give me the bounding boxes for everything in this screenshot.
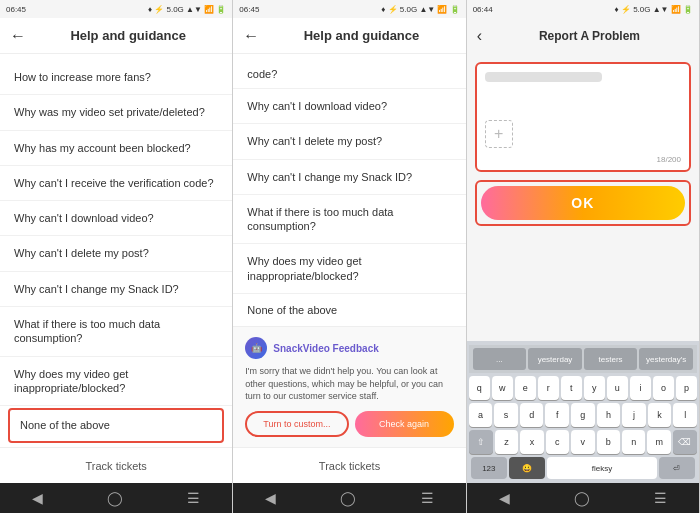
list-item[interactable]: Why can't I delete my post?: [0, 236, 232, 271]
key-m[interactable]: m: [647, 430, 670, 454]
panel-report: 06:44 ♦ ⚡ 5.0G ▲▼ 📶 🔋 ‹ Report A Problem…: [467, 0, 700, 513]
key-backspace[interactable]: ⌫: [673, 430, 697, 454]
char-count: 18/200: [657, 155, 681, 164]
suggestion-dots[interactable]: ...: [473, 348, 527, 370]
key-o[interactable]: o: [653, 376, 674, 400]
nav-back-icon-2[interactable]: ◀: [265, 490, 276, 506]
key-u[interactable]: u: [607, 376, 628, 400]
list-item[interactable]: How to increase more fans?: [0, 60, 232, 95]
key-space[interactable]: fleksy: [547, 457, 656, 479]
status-time-3: 06:44: [473, 5, 493, 14]
list-item[interactable]: Why does my video get inappropriate/bloc…: [0, 357, 232, 407]
content-1: How to increase more fans? Why was my vi…: [0, 54, 232, 447]
key-123[interactable]: 123: [471, 457, 507, 479]
none-of-above-item-2[interactable]: None of the above: [233, 294, 465, 326]
ok-button[interactable]: OK: [481, 186, 685, 220]
key-l[interactable]: l: [673, 403, 697, 427]
key-h[interactable]: h: [597, 403, 621, 427]
key-i[interactable]: i: [630, 376, 651, 400]
nav-menu-icon-3[interactable]: ☰: [654, 490, 667, 506]
nav-back-icon-3[interactable]: ◀: [499, 490, 510, 506]
track-tickets-2[interactable]: Track tickets: [319, 460, 380, 472]
status-time-2: 06:45: [239, 5, 259, 14]
turn-to-custom-button[interactable]: Turn to custom...: [245, 411, 348, 437]
list-item[interactable]: Why can't I download video?: [0, 201, 232, 236]
header-title-1: Help and guidance: [34, 28, 222, 43]
footer-1: Track tickets: [0, 447, 232, 483]
header-2: ← Help and guidance: [233, 18, 465, 54]
key-a[interactable]: a: [469, 403, 493, 427]
keyboard-bottom-row: 123 😀 fleksy ⏎: [469, 457, 697, 479]
ok-button-container: OK: [475, 180, 691, 226]
nav-menu-icon-1[interactable]: ☰: [187, 490, 200, 506]
problem-text-input[interactable]: 18/200 +: [475, 62, 691, 172]
key-x[interactable]: x: [520, 430, 543, 454]
key-e[interactable]: e: [515, 376, 536, 400]
key-y[interactable]: y: [584, 376, 605, 400]
report-title: Report A Problem: [490, 29, 689, 43]
list-item[interactable]: Why can't I receive the verification cod…: [0, 166, 232, 201]
panel-help-1: 06:45 ♦ ⚡ 5.0G ▲▼ 📶 🔋 ← Help and guidanc…: [0, 0, 233, 513]
key-j[interactable]: j: [622, 403, 646, 427]
feedback-section: 🤖 SnackVideo Feedback I'm sorry that we …: [233, 326, 465, 447]
key-b[interactable]: b: [597, 430, 620, 454]
key-k[interactable]: k: [648, 403, 672, 427]
suggestion-yesterday[interactable]: yesterday: [528, 348, 582, 370]
feedback-text: I'm sorry that we didn't help you. You c…: [245, 365, 453, 403]
list-item[interactable]: What if there is too much data consumpti…: [233, 195, 465, 245]
key-t[interactable]: t: [561, 376, 582, 400]
key-n[interactable]: n: [622, 430, 645, 454]
panel-help-2: 06:45 ♦ ⚡ 5.0G ▲▼ 📶 🔋 ← Help and guidanc…: [233, 0, 466, 513]
header-1: ← Help and guidance: [0, 18, 232, 54]
key-v[interactable]: v: [571, 430, 594, 454]
keyboard-row-1: q w e r t y u i o p: [469, 376, 697, 400]
list-item[interactable]: Why can't I delete my post?: [233, 124, 465, 159]
input-placeholder-bar: [485, 72, 603, 82]
list-item[interactable]: Why can't I change my Snack ID?: [0, 272, 232, 307]
status-bar-1: 06:45 ♦ ⚡ 5.0G ▲▼ 📶 🔋: [0, 0, 232, 18]
status-icons-1: ♦ ⚡ 5.0G ▲▼ 📶 🔋: [148, 5, 226, 14]
key-emoji[interactable]: 😀: [509, 457, 545, 479]
list-item[interactable]: Why was my video set private/deleted?: [0, 95, 232, 130]
key-r[interactable]: r: [538, 376, 559, 400]
nav-bar-3: ◀ ◯ ☰: [467, 483, 699, 513]
nav-back-icon-1[interactable]: ◀: [32, 490, 43, 506]
nav-bar-1: ◀ ◯ ☰: [0, 483, 232, 513]
suggestion-yesterdays[interactable]: yesterday's: [639, 348, 693, 370]
key-s[interactable]: s: [494, 403, 518, 427]
key-f[interactable]: f: [545, 403, 569, 427]
key-shift[interactable]: ⇧: [469, 430, 493, 454]
nav-bar-2: ◀ ◯ ☰: [233, 483, 465, 513]
list-item[interactable]: Why can't I change my Snack ID?: [233, 160, 465, 195]
status-bar-3: 06:44 ♦ ⚡ 5.0G ▲▼ 📶 🔋: [467, 0, 699, 18]
nav-home-icon-2[interactable]: ◯: [340, 490, 356, 506]
back-button-1[interactable]: ←: [10, 27, 26, 45]
add-image-button[interactable]: +: [485, 120, 513, 148]
back-button-3[interactable]: ‹: [477, 27, 482, 45]
list-item[interactable]: Why can't I download video?: [233, 89, 465, 124]
check-again-button[interactable]: Check again: [355, 411, 454, 437]
none-of-above-item-1[interactable]: None of the above: [8, 408, 224, 442]
keyboard-row-3: ⇧ z x c v b n m ⌫: [469, 430, 697, 454]
key-p[interactable]: p: [676, 376, 697, 400]
key-return[interactable]: ⏎: [659, 457, 695, 479]
nav-home-icon-3[interactable]: ◯: [574, 490, 590, 506]
nav-menu-icon-2[interactable]: ☰: [421, 490, 434, 506]
list-item[interactable]: Why does my video get inappropriate/bloc…: [233, 244, 465, 294]
key-d[interactable]: d: [520, 403, 544, 427]
key-q[interactable]: q: [469, 376, 490, 400]
feedback-bot-icon: 🤖: [245, 337, 267, 359]
track-tickets-1[interactable]: Track tickets: [86, 460, 147, 472]
suggestion-testers[interactable]: testers: [584, 348, 638, 370]
key-z[interactable]: z: [495, 430, 518, 454]
list-item[interactable]: What if there is too much data consumpti…: [0, 307, 232, 357]
back-button-2[interactable]: ←: [243, 27, 259, 45]
nav-home-icon-1[interactable]: ◯: [107, 490, 123, 506]
status-time-1: 06:45: [6, 5, 26, 14]
scrolled-code: code?: [233, 60, 465, 89]
key-w[interactable]: w: [492, 376, 513, 400]
key-c[interactable]: c: [546, 430, 569, 454]
key-g[interactable]: g: [571, 403, 595, 427]
header-title-2: Help and guidance: [267, 28, 455, 43]
list-item[interactable]: Why has my account been blocked?: [0, 131, 232, 166]
